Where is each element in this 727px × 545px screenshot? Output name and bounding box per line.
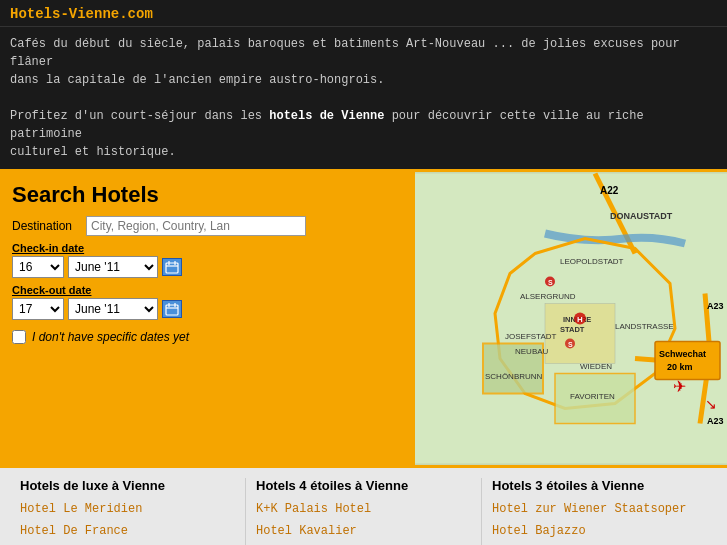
checkout-day-select[interactable]: 17 <box>12 298 64 320</box>
footer-col1-title: Hotels de luxe à Vienne <box>20 478 235 493</box>
intro-line1: Cafés du début du siècle, palais baroque… <box>10 35 717 71</box>
svg-text:DONAUSTADT: DONAUSTADT <box>610 211 673 221</box>
footer-col-luxury: Hotels de luxe à Vienne Hotel Le Meridie… <box>10 478 246 545</box>
checkin-label: Check-in date <box>12 242 403 254</box>
checkout-label: Check-out date <box>12 284 403 296</box>
svg-text:FAVORITEN: FAVORITEN <box>570 392 615 401</box>
svg-text:H: H <box>577 315 583 324</box>
checkout-month-select[interactable]: June '11 <box>68 298 158 320</box>
checkin-date-row: 16 June '11 <box>12 256 403 278</box>
svg-rect-0 <box>166 263 178 273</box>
footer: Hotels de luxe à Vienne Hotel Le Meridie… <box>0 468 727 545</box>
checkin-day-select[interactable]: 16 <box>12 256 64 278</box>
svg-text:S: S <box>568 341 573 348</box>
svg-text:NEUBAU: NEUBAU <box>515 347 549 356</box>
intro-section: Cafés du début du siècle, palais baroque… <box>0 27 727 169</box>
svg-rect-34 <box>655 342 720 380</box>
svg-text:✈: ✈ <box>673 378 686 395</box>
search-title: Search Hotels <box>12 182 403 208</box>
svg-text:S: S <box>548 279 553 286</box>
intro-line3: Profitez d'un court-séjour dans les hote… <box>10 107 717 143</box>
checkout-calendar-icon[interactable] <box>162 300 182 318</box>
search-panel: Search Hotels Destination Check-in date … <box>0 172 415 465</box>
site-title[interactable]: Hotels-Vienne.com <box>10 6 153 22</box>
svg-text:LANDSTRASSE: LANDSTRASSE <box>615 322 674 331</box>
footer-col-3star: Hotels 3 étoiles à Vienne Hotel zur Wien… <box>482 478 717 545</box>
no-dates-checkbox[interactable] <box>12 330 26 344</box>
checkout-field-row: Check-out date 17 June '11 <box>12 284 403 320</box>
destination-field-row: Destination <box>12 216 403 236</box>
no-dates-row: I don't have specific dates yet <box>12 330 403 344</box>
footer-col3-title: Hotels 3 étoiles à Vienne <box>492 478 707 493</box>
svg-text:STADT: STADT <box>560 325 585 334</box>
footer-col2-title: Hotels 4 étoiles à Vienne <box>256 478 471 493</box>
checkout-date-row: 17 June '11 <box>12 298 403 320</box>
footer-link[interactable]: Hotel Kavalier <box>256 521 471 543</box>
footer-link[interactable]: Hotel De France <box>20 521 235 543</box>
svg-text:Schwechat: Schwechat <box>659 349 706 359</box>
map-panel: A22 A23 A23 A4 <box>415 172 727 465</box>
main-content: Search Hotels Destination Check-in date … <box>0 172 727 465</box>
svg-text:WIEDEN: WIEDEN <box>580 362 612 371</box>
destination-label: Destination <box>12 219 82 233</box>
checkin-field-row: Check-in date 16 June '11 <box>12 242 403 278</box>
no-dates-label: I don't have specific dates yet <box>32 330 189 344</box>
svg-text:↘: ↘ <box>705 396 717 412</box>
svg-text:JOSEFSTADT: JOSEFSTADT <box>505 332 557 341</box>
destination-input[interactable] <box>86 216 306 236</box>
footer-link[interactable]: Hotel zur Wiener Staatsoper <box>492 499 707 521</box>
map-svg: A22 A23 A23 A4 <box>415 172 727 465</box>
svg-text:LEOPOLDSTADT: LEOPOLDSTADT <box>560 257 624 266</box>
svg-text:20 km: 20 km <box>667 362 693 372</box>
svg-text:SCHÖNBRUNN: SCHÖNBRUNN <box>485 372 543 381</box>
svg-rect-4 <box>166 305 178 315</box>
svg-text:ALSERGRUND: ALSERGRUND <box>520 292 576 301</box>
footer-link[interactable]: K+K Palais Hotel <box>256 499 471 521</box>
svg-text:A22: A22 <box>600 185 619 196</box>
checkin-month-select[interactable]: June '11 <box>68 256 158 278</box>
footer-link[interactable]: Hotel Bajazzo <box>492 521 707 543</box>
svg-text:A23: A23 <box>707 416 724 426</box>
footer-link[interactable]: Hotel Le Meridien <box>20 499 235 521</box>
intro-line4: culturel et historique. <box>10 143 717 161</box>
intro-line2: dans la capitale de l'ancien empire aust… <box>10 71 717 89</box>
checkin-calendar-icon[interactable] <box>162 258 182 276</box>
footer-col-4star: Hotels 4 étoiles à Vienne K+K Palais Hot… <box>246 478 482 545</box>
svg-text:A23: A23 <box>707 301 724 311</box>
